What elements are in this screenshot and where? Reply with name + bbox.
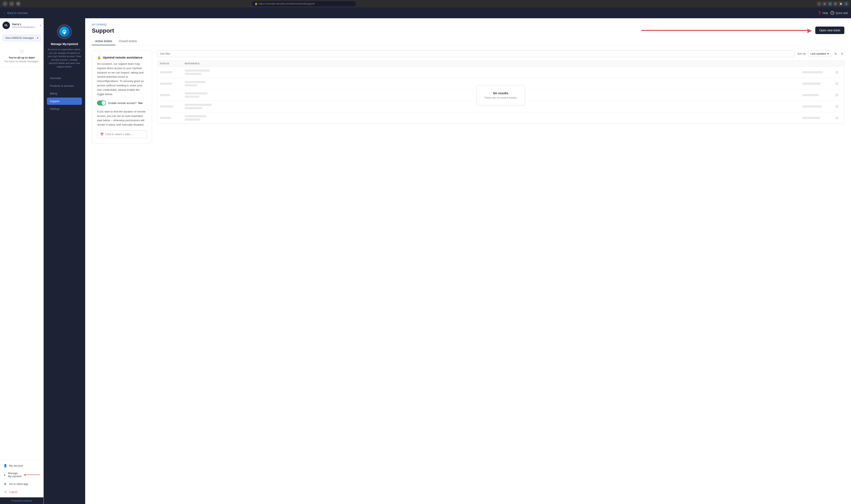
mid-nav-item-settings[interactable]: Settings [47, 105, 82, 112]
ext-1[interactable]: ⬡ [817, 1, 821, 6]
content-body: 🔒 Upmind remote assistance On occasion, … [85, 45, 851, 504]
upmind-link[interactable]: Upmind [24, 500, 32, 502]
mid-nav-item-products-and-services[interactable]: Products & services [47, 82, 82, 89]
back-button[interactable]: ← [2, 1, 7, 6]
sidebar-item-manage-my-upmind[interactable]: ▲ Manage My.Upmind ◀━━━━━━━━━━ [0, 470, 44, 480]
tickets-panel: Sort by Last updated ▾ ⇅ ↻ STATUS REFERE… [157, 50, 844, 499]
table-body: No results There are no recent tickets. [157, 67, 844, 124]
org-name: Manage My.Upmind [51, 42, 78, 46]
extensions-area: ⬡ ★ 🌐 ⚙ 🔲 👤 [817, 1, 849, 6]
sidebar-item-go-to-client-app[interactable]: 🖥 Go to client app [0, 480, 44, 488]
toggle-knob [102, 101, 106, 105]
avatar: HL [2, 22, 10, 29]
filter-bar: Sort by Last updated ▾ ⇅ ↻ [157, 50, 844, 57]
skeleton-row-5 [157, 112, 844, 124]
sort-order-icon[interactable]: ⇅ [834, 51, 838, 56]
page-title-group: MY.UPMIND Support [92, 23, 114, 37]
back-arrow-icon: ← [3, 12, 6, 15]
app-bar: ← Back to overview ❓ Help + Quick add [0, 7, 851, 18]
inbox-select[interactable]: View UNREAD messages ▾ [2, 35, 41, 41]
date-picker-button[interactable]: 📅 Click to select a date... [97, 130, 147, 138]
header-actions: ━━━━━━━━━━━━━━━━━━━━━━━━━━━━━━━━━━━━━━━━… [641, 26, 844, 34]
refresh-icon[interactable]: ↻ [840, 51, 844, 56]
content-header: MY.UPMIND Support ━━━━━━━━━━━━━━━━━━━━━━… [85, 18, 851, 45]
url-bar[interactable]: 🔒 https://example.harrydev.uk/admin/upmi… [252, 1, 356, 6]
mid-panel: Manage My.Upmind As you're an organisati… [44, 18, 85, 504]
monitor-icon: 🖥 [3, 482, 7, 486]
inbox-chevron-icon: ▾ [37, 37, 38, 39]
user-chevron-icon: ▾ [40, 24, 41, 26]
remote-card-title: 🔒 Upmind remote assistance [97, 55, 147, 59]
app-bar-right: ❓ Help + Quick add [818, 11, 848, 15]
open-ticket-button[interactable]: Open new ticket [815, 26, 844, 34]
skeleton-row-1 [157, 67, 844, 78]
logout-icon: ⇥ [3, 490, 7, 493]
filter-input[interactable] [157, 50, 795, 57]
person-icon: 👤 [3, 464, 7, 467]
reload-button[interactable]: ↻ [16, 1, 21, 6]
remote-access-toggle-row: Enable remote access? Yes [97, 101, 147, 105]
ext-2[interactable]: ★ [822, 1, 827, 6]
sidebar-inbox: View UNREAD messages ▾ [0, 33, 44, 43]
mid-nav-item-billing[interactable]: Billing [47, 90, 82, 97]
remote-duration-description: If you wish to limit the duration of rem… [97, 110, 147, 127]
org-desc: As you're an organisation admin, you can… [47, 48, 82, 68]
sidebar-messages: ☺ You're all up to date! You have no unr… [0, 43, 44, 67]
col-spacer [802, 62, 835, 65]
mid-nav: OverviewProducts & servicesBillingSuppor… [47, 74, 82, 113]
no-results-overlay: No results There are no recent tickets. [476, 85, 525, 105]
sidebar-item-logout[interactable]: ⇥ Logout [0, 488, 44, 496]
smiley-icon: ☺ [2, 48, 41, 54]
ext-4[interactable]: ⚙ [833, 1, 838, 6]
sidebar-item-my-account[interactable]: 👤 My account [0, 462, 44, 470]
remote-card-description: On occasion, our support team may reques… [97, 62, 147, 96]
sidebar-nav [0, 67, 44, 460]
sort-chevron-icon: ▾ [827, 52, 829, 55]
user-info: Harry L harry+example@upmind.... [12, 23, 38, 28]
help-icon: ❓ [818, 12, 821, 15]
plus-icon: + [830, 11, 834, 15]
sidebar-powered: Powered by Upmind [0, 497, 44, 504]
sidebar-bottom: 👤 My account ▲ Manage My.Upmind ◀━━━━━━━… [0, 460, 44, 497]
toggle-label: Enable remote access? Yes [108, 102, 142, 105]
col-actions [835, 62, 841, 65]
col-reference: REFERENCE [185, 62, 802, 65]
red-arrow-left-indicator: ◀━━━━━━━━━━ [24, 473, 40, 476]
logo-icon: ▲ [3, 473, 6, 476]
sidebar-user[interactable]: HL Harry L harry+example@upmind.... ▾ [0, 18, 44, 33]
table-header: STATUS REFERENCE [157, 60, 844, 67]
breadcrumb: MY.UPMIND [92, 23, 114, 26]
tab-active-tickets[interactable]: Active tickets [92, 37, 116, 45]
forward-button[interactable]: → [9, 1, 14, 6]
ext-5[interactable]: 🔲 [838, 1, 843, 6]
main-content: MY.UPMIND Support ━━━━━━━━━━━━━━━━━━━━━━… [85, 18, 851, 504]
page-title: Support [92, 28, 114, 34]
main-layout: HL Harry L harry+example@upmind.... ▾ Vi… [0, 18, 851, 504]
quick-add-button[interactable]: + Quick add [830, 11, 848, 15]
sort-label: Sort by [797, 52, 806, 55]
sidebar: HL Harry L harry+example@upmind.... ▾ Vi… [0, 18, 44, 504]
lock-icon: 🔒 [97, 55, 101, 59]
ext-6[interactable]: 👤 [844, 1, 849, 6]
red-arrow-right-indicator: ━━━━━━━━━━━━━━━━━━━━━━━━━━━━━━━━━━━━━━━━… [641, 27, 812, 34]
org-logo [57, 24, 72, 39]
browser-chrome: ← → ↻ 🔒 https://example.harrydev.uk/admi… [0, 0, 851, 7]
org-logo-icon [61, 29, 68, 35]
remote-assistance-card: 🔒 Upmind remote assistance On occasion, … [92, 50, 152, 143]
back-to-overview-link[interactable]: ← Back to overview [3, 12, 28, 15]
mid-nav-item-overview[interactable]: Overview [47, 74, 82, 82]
page-title-row: MY.UPMIND Support ━━━━━━━━━━━━━━━━━━━━━━… [92, 23, 844, 37]
calendar-icon: 📅 [100, 133, 104, 136]
app-bar-left: ← Back to overview [3, 12, 28, 15]
help-button[interactable]: ❓ Help [818, 12, 828, 15]
mid-nav-item-support[interactable]: Support [47, 97, 82, 105]
ext-3[interactable]: 🌐 [828, 1, 832, 6]
remote-access-toggle[interactable] [97, 101, 106, 105]
sort-select[interactable]: Last updated ▾ [808, 51, 831, 57]
tab-closed-tickets[interactable]: Closed tickets [116, 37, 140, 45]
col-status: STATUS [160, 62, 185, 65]
tabs: Active ticketsClosed tickets [92, 37, 844, 45]
